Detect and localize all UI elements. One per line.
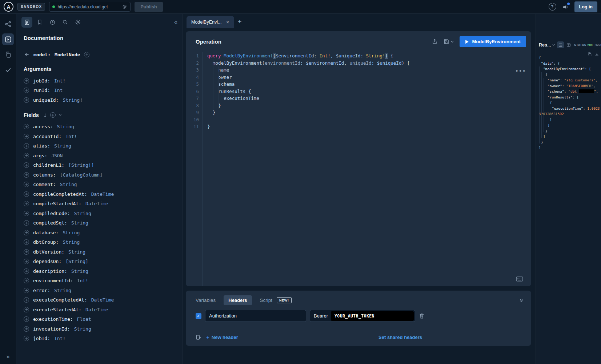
- search-icon[interactable]: [60, 17, 71, 28]
- announcements-icon[interactable]: [562, 4, 569, 10]
- doc-field-row: compiledCode:String: [24, 209, 175, 218]
- auth-token-value[interactable]: YOUR_AUTH_TOKEN: [331, 311, 414, 321]
- schema-icon[interactable]: [2, 18, 14, 30]
- operation-tab[interactable]: ModelByEnvi... ✕: [187, 16, 234, 28]
- copy-response-icon[interactable]: [587, 52, 592, 57]
- field-name: compiledSql:: [33, 220, 67, 226]
- notification-dot: [567, 3, 570, 5]
- header-enabled-checkbox[interactable]: ✓: [196, 313, 201, 319]
- close-tab-icon[interactable]: ✕: [226, 20, 229, 25]
- add-to-query-icon[interactable]: [24, 211, 29, 216]
- field-type: JSON: [51, 153, 63, 158]
- add-to-query-icon[interactable]: [24, 278, 29, 283]
- history-icon[interactable]: [47, 17, 58, 28]
- response-title[interactable]: Res...: [539, 43, 551, 48]
- add-to-query-icon[interactable]: [24, 172, 29, 178]
- publish-button[interactable]: Publish: [135, 2, 163, 12]
- response-dropdown-chevron-icon[interactable]: [552, 43, 555, 46]
- add-to-query-icon[interactable]: [24, 162, 29, 168]
- add-to-query-icon[interactable]: [24, 316, 29, 322]
- login-button[interactable]: Log in: [574, 1, 598, 12]
- add-to-query-icon[interactable]: [24, 307, 29, 312]
- delete-header-icon[interactable]: [419, 313, 425, 319]
- code-lines[interactable]: query ModelByEnvironment($environmentId:…: [203, 52, 531, 286]
- add-to-query-icon[interactable]: [24, 336, 29, 341]
- doc-field-row: accountId:Int!: [24, 132, 175, 141]
- documentation-tab-icon[interactable]: [21, 17, 32, 28]
- collapse-settings-icon[interactable]: [519, 298, 524, 303]
- bookmark-icon[interactable]: [34, 17, 45, 28]
- field-type: [String]: [65, 259, 88, 264]
- add-to-query-icon[interactable]: [24, 288, 29, 293]
- operation-collection-icon[interactable]: [2, 49, 14, 60]
- apollo-logo[interactable]: A: [4, 2, 13, 12]
- explorer-icon[interactable]: [2, 33, 14, 45]
- tab-headers[interactable]: Headers: [224, 295, 252, 305]
- expand-rail-icon[interactable]: »: [6, 353, 9, 361]
- add-to-query-icon[interactable]: [24, 97, 29, 103]
- add-to-query-icon[interactable]: [24, 124, 29, 129]
- run-operation-button[interactable]: ModelByEnvironment: [460, 36, 526, 47]
- add-to-query-icon[interactable]: [24, 182, 29, 187]
- back-arrow-icon[interactable]: [24, 52, 29, 57]
- model-breadcrumb: model: ModelNode: [24, 46, 175, 59]
- field-name: childrenL1:: [33, 162, 64, 168]
- model-type[interactable]: ModelNode: [55, 52, 80, 57]
- header-presets-icon[interactable]: [196, 335, 201, 340]
- save-operation-icon[interactable]: [443, 39, 449, 45]
- arguments-title: Arguments: [24, 66, 175, 72]
- help-icon[interactable]: ?: [549, 3, 556, 11]
- response-body: {"data": {"modelByEnvironment": [{"name"…: [536, 50, 601, 364]
- add-model-icon[interactable]: [84, 52, 89, 57]
- add-to-query-icon[interactable]: [24, 259, 29, 264]
- collapse-docs-icon[interactable]: «: [174, 19, 177, 25]
- formatted-view-icon[interactable]: [557, 41, 564, 48]
- endpoint-settings-icon[interactable]: [122, 4, 127, 9]
- add-to-query-icon[interactable]: [24, 143, 29, 149]
- add-to-query-icon[interactable]: [24, 88, 29, 93]
- field-type: String: [71, 268, 88, 274]
- endpoint-url-input[interactable]: https://metadata.cloud.get: [49, 2, 131, 12]
- add-to-query-icon[interactable]: [24, 78, 29, 84]
- field-name: executionTime:: [33, 316, 73, 322]
- new-header-button[interactable]: + New header: [206, 334, 238, 340]
- fields-menu-chevron-icon[interactable]: [58, 113, 62, 117]
- add-to-query-icon[interactable]: [24, 297, 29, 303]
- header-value-input[interactable]: Bearer YOUR_AUTH_TOKEN: [310, 310, 415, 322]
- doc-field-row: dependsOn:[String]: [24, 257, 175, 267]
- add-to-query-icon[interactable]: [24, 326, 29, 332]
- add-to-query-icon[interactable]: [24, 239, 29, 245]
- tab-variables[interactable]: Variables: [196, 298, 216, 303]
- table-view-icon[interactable]: [565, 41, 572, 48]
- settings-icon[interactable]: [72, 17, 83, 28]
- field-name: columns:: [33, 172, 56, 178]
- add-to-query-icon[interactable]: [24, 230, 29, 235]
- set-shared-headers-link[interactable]: Set shared headers: [378, 335, 422, 340]
- checks-icon[interactable]: [2, 64, 14, 76]
- field-name: executeStartedAt:: [33, 307, 81, 312]
- graphql-editor[interactable]: 1234567891011 query ModelByEnvironment($…: [186, 50, 531, 286]
- field-name: environmentId:: [33, 278, 73, 283]
- workspace: ModelByEnvi... ✕ + Operation: [183, 14, 536, 364]
- add-to-query-icon[interactable]: [24, 268, 29, 274]
- add-to-query-icon[interactable]: [24, 191, 29, 197]
- new-tab-button[interactable]: +: [238, 18, 242, 28]
- download-response-icon[interactable]: [594, 52, 599, 57]
- field-type: [String!]: [68, 162, 94, 168]
- tab-script[interactable]: Script: [260, 298, 273, 303]
- sort-fields-icon[interactable]: [43, 113, 48, 118]
- left-rail: »: [0, 14, 16, 364]
- add-to-query-icon[interactable]: [24, 249, 29, 255]
- add-to-query-icon[interactable]: [24, 153, 29, 158]
- share-operation-icon[interactable]: [432, 39, 438, 45]
- add-to-query-icon[interactable]: [24, 220, 29, 226]
- response-json[interactable]: {"data": {"modelByEnvironment": [{"name"…: [539, 55, 600, 151]
- add-all-fields-icon[interactable]: [50, 112, 56, 118]
- save-menu-chevron-icon[interactable]: [450, 40, 454, 44]
- editor-options-icon[interactable]: •••: [516, 68, 526, 75]
- add-to-query-icon[interactable]: [24, 134, 29, 139]
- endpoint-url-text[interactable]: https://metadata.cloud.get: [57, 4, 120, 9]
- keyboard-shortcuts-icon[interactable]: [516, 276, 523, 282]
- add-to-query-icon[interactable]: [24, 201, 29, 206]
- header-key-input[interactable]: Authorization: [205, 310, 306, 322]
